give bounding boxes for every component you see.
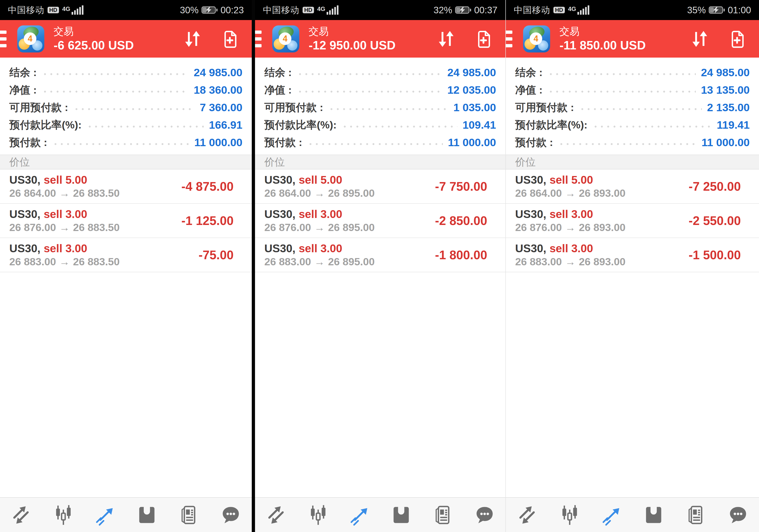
status-time: 00:37 (474, 5, 498, 16)
tab-trade[interactable] (84, 504, 126, 526)
position-row[interactable]: US30,sell 5.00 26 864.00→26 883.50 -4 87… (0, 170, 252, 204)
tab-quotes[interactable] (255, 504, 297, 526)
position-row[interactable]: US30,sell 3.00 26 883.00→26 895.00 -1 80… (255, 238, 505, 272)
network-type-label: 4G (62, 6, 70, 12)
position-pl: -1 125.00 (181, 214, 234, 228)
logo-number: 4 (283, 34, 287, 44)
position-pl: -4 875.00 (181, 179, 234, 193)
quotes-crossed-arrows-icon (516, 504, 538, 526)
summary-value: 7 360.00 (200, 101, 242, 114)
menu-icon[interactable] (506, 30, 512, 47)
new-order-button[interactable] (474, 29, 493, 49)
position-row[interactable]: US30,sell 5.00 26 864.00→26 895.00 -7 75… (255, 170, 505, 204)
header-titles: 交易 -6 625.00 USD (54, 26, 134, 51)
network-type-label: 4G (568, 6, 576, 12)
sort-button[interactable] (690, 29, 710, 49)
page-title: 交易 (54, 26, 134, 36)
tab-history[interactable] (126, 504, 168, 526)
position-symbol: US30, (264, 208, 295, 220)
phone-panel-1: 中国移动 HD 4G 30% 00:23 4 交易 (0, 0, 252, 532)
new-order-button[interactable] (220, 29, 240, 49)
position-row[interactable]: US30,sell 3.00 26 876.00→26 895.00 -2 85… (255, 204, 505, 238)
summary-value: 119.41 (717, 118, 750, 131)
summary-label: 预付款比率(%): (264, 118, 337, 132)
new-order-button[interactable] (727, 29, 747, 49)
current-price: 26 883.50 (73, 187, 120, 199)
positions-section-header: 价位 (255, 154, 505, 170)
position-pl: -75.00 (199, 248, 234, 262)
position-pl: -7 250.00 (689, 179, 741, 193)
trade-trend-arrow-icon (600, 504, 622, 526)
tab-quotes[interactable] (0, 504, 42, 526)
arrow-glyph: → (314, 222, 325, 233)
section-title: 价位 (515, 155, 536, 169)
tab-messages[interactable] (717, 504, 759, 526)
dotted-leader (297, 81, 442, 99)
charts-candlesticks-icon (52, 504, 74, 526)
tab-trade[interactable] (590, 504, 632, 526)
battery-percent: 32% (434, 5, 452, 16)
summary-value: 11 000.00 (702, 136, 750, 149)
summary-label: 预付款比率(%): (9, 118, 82, 132)
arrow-glyph: → (59, 256, 70, 267)
position-side-volume: sell 3.00 (299, 242, 342, 255)
network-indicator: 4G (568, 5, 589, 15)
summary-value: 109.41 (462, 118, 496, 131)
bottom-toolbar (506, 497, 759, 532)
position-side-volume: sell 3.00 (549, 242, 593, 255)
current-price: 26 883.50 (73, 256, 120, 267)
tab-trade[interactable] (339, 504, 380, 526)
current-price: 26 893.00 (579, 187, 625, 199)
tab-charts[interactable] (548, 504, 590, 526)
tab-charts[interactable] (297, 504, 339, 526)
logo-number: 4 (534, 34, 538, 44)
tab-messages[interactable] (210, 504, 252, 526)
position-row[interactable]: US30,sell 5.00 26 864.00→26 893.00 -7 25… (506, 170, 759, 204)
tab-news[interactable] (168, 504, 210, 526)
menu-icon[interactable] (255, 30, 261, 47)
summary-row-balance: 结余 :24 985.00 (9, 63, 242, 81)
position-row[interactable]: US30,sell 3.00 26 876.00→26 893.00 -2 55… (506, 204, 759, 238)
tab-history[interactable] (632, 504, 675, 526)
total-profit-loss: -6 625.00 USD (54, 39, 134, 51)
menu-icon[interactable] (0, 30, 7, 47)
phone-panel-2: 中国移动 HD 4G 32% 00:37 4 交易 (255, 0, 505, 532)
header-titles: 交易 -12 950.00 USD (309, 26, 396, 51)
arrow-glyph: → (565, 256, 576, 267)
tab-history[interactable] (380, 504, 422, 526)
charts-candlesticks-icon (558, 504, 580, 526)
summary-label: 可用预付款 : (515, 101, 574, 114)
phone-panel-3: 中国移动 HD 4G 35% 01:00 4 交易 (506, 0, 759, 532)
position-symbol: US30, (515, 242, 546, 255)
page-title: 交易 (309, 26, 396, 36)
position-row[interactable]: US30,sell 3.00 26 883.00→26 883.50 -75.0… (0, 238, 252, 272)
position-symbol: US30, (9, 174, 40, 186)
news-newspaper-icon (685, 504, 707, 526)
bottom-toolbar (0, 497, 252, 532)
summary-label: 可用预付款 : (9, 101, 68, 114)
summary-value: 2 135.00 (707, 101, 750, 114)
tab-news[interactable] (422, 504, 464, 526)
sort-button[interactable] (182, 29, 203, 49)
position-row[interactable]: US30,sell 3.00 26 883.00→26 893.00 -1 50… (506, 238, 759, 272)
sort-button[interactable] (436, 29, 457, 49)
trade-trend-arrow-icon (94, 504, 116, 526)
tab-quotes[interactable] (506, 504, 548, 526)
bottom-toolbar (255, 497, 505, 532)
position-row[interactable]: US30,sell 3.00 26 876.00→26 883.50 -1 12… (0, 204, 252, 238)
dotted-leader (558, 134, 697, 151)
current-price: 26 883.50 (73, 222, 120, 233)
position-side-volume: sell 3.00 (549, 208, 593, 220)
position-symbol: US30, (9, 208, 40, 220)
triple-screenshot-strip: 中国移动 HD 4G 30% 00:23 4 交易 (0, 0, 759, 532)
battery-charging-icon (201, 6, 218, 14)
tab-messages[interactable] (464, 504, 505, 526)
dotted-leader (342, 116, 458, 134)
history-inbox-icon (136, 504, 158, 526)
tab-news[interactable] (675, 504, 717, 526)
hd-badge: HD (553, 7, 565, 13)
signal-bars-icon (578, 5, 589, 15)
tab-charts[interactable] (42, 504, 84, 526)
dotted-leader (307, 134, 443, 151)
arrow-glyph: → (314, 187, 325, 199)
